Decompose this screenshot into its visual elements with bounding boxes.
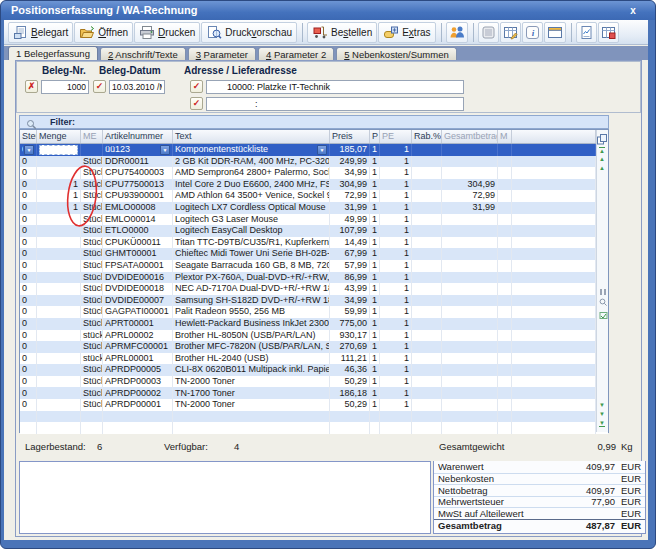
cell-menge[interactable] — [37, 399, 81, 411]
cell-steu[interactable]: 0 — [20, 341, 37, 353]
cell-artnr[interactable]: APRL00001 — [103, 353, 173, 365]
cell-menge[interactable] — [37, 214, 81, 226]
cell-rab[interactable] — [412, 341, 442, 353]
cell-steu[interactable]: 0 — [20, 237, 37, 249]
cell-menge[interactable] — [37, 237, 81, 249]
toolbar-button-bestellen[interactable]: Bestellen — [307, 22, 377, 43]
cell-pe[interactable]: 1 — [380, 144, 412, 156]
cell-p[interactable]: 1 — [370, 283, 380, 295]
cell-menge[interactable] — [37, 283, 81, 295]
cell-m[interactable] — [498, 272, 512, 284]
cell-gesamt[interactable] — [442, 260, 498, 272]
grid-row[interactable]: 01StückEMLO00008Logitech LX7 Cordless Op… — [20, 202, 608, 214]
cell-p[interactable]: 1 — [370, 353, 380, 365]
toolbar-button-window[interactable] — [544, 22, 566, 43]
cell-pe[interactable]: 1 — [380, 237, 412, 249]
cell-artnr[interactable]: APRT00001 — [103, 318, 173, 330]
cell-preis[interactable]: 111,21 — [330, 353, 370, 365]
cell-gesamt[interactable] — [442, 295, 498, 307]
cell-text[interactable]: Titan TTC-D9TB/CU35/R1, Kupferkern, bis … — [173, 237, 330, 249]
toolbar-button-druckvorschau[interactable]: Druckvorschau — [201, 22, 297, 43]
cell-rab[interactable] — [412, 318, 442, 330]
cell-pe[interactable]: 1 — [380, 387, 412, 399]
cell-m[interactable] — [498, 318, 512, 330]
cell-pe[interactable]: 1 — [380, 330, 412, 342]
cell-me[interactable]: Stück — [81, 248, 103, 260]
cell-pe[interactable] — [380, 411, 412, 423]
cell-m[interactable] — [498, 283, 512, 295]
grid-row[interactable]: 0StückDVDIDE00018NEC AD-7170A Dual-DVD-+… — [20, 283, 608, 295]
cell-artnr[interactable]: EMLO00008 — [103, 202, 173, 214]
cell-rab[interactable] — [412, 237, 442, 249]
cell-text[interactable]: NEC AD-7170A Dual-DVD-+R/-+RW 18/18fac — [173, 283, 330, 295]
cell-m[interactable] — [498, 364, 512, 376]
cell-menge[interactable] — [37, 144, 81, 156]
cell-preis[interactable]: 34,99 — [330, 167, 370, 179]
cell-menge[interactable] — [37, 330, 81, 342]
cell-p[interactable]: 1 — [370, 144, 380, 156]
cell-pe[interactable]: 1 — [380, 272, 412, 284]
tab-5-nebenkosten-summen[interactable]: 5 Nebenkosten/Summen — [336, 47, 457, 60]
toolbar-button-drucken[interactable]: Drucken — [134, 22, 200, 43]
cell-text[interactable]: Seagate Barracuda 160 GB, 8 MB, 7200, NC — [173, 260, 330, 272]
cell-gesamt[interactable] — [442, 167, 498, 179]
grid-header-preis[interactable]: Preis — [330, 130, 370, 143]
cell-text[interactable]: Palit Radeon 9550, 256 MB — [173, 306, 330, 318]
grid-scrollbar[interactable]: ▲ ▲ ▲ ▼ ▼ ▼ — [596, 130, 608, 432]
cell-m[interactable] — [498, 225, 512, 237]
cell-steu[interactable]: 0 — [20, 225, 37, 237]
beleg-datum-check-button[interactable]: ✓ — [93, 80, 106, 93]
toolbar-button-belegart[interactable]: Belegart — [8, 22, 73, 43]
cell-steu[interactable]: 0 — [20, 318, 37, 330]
cell-steu[interactable]: 0 — [20, 295, 37, 307]
cell-p[interactable]: 1 — [370, 399, 380, 411]
cell-text[interactable] — [173, 422, 330, 434]
toolbar-button-table-add[interactable] — [598, 22, 619, 43]
cell-p[interactable]: 1 — [370, 225, 380, 237]
cell-preis[interactable]: 67,99 — [330, 248, 370, 260]
cell-me[interactable]: Stück — [81, 306, 103, 318]
cell-gesamt[interactable] — [442, 306, 498, 318]
grid-header-text[interactable]: Text — [173, 130, 330, 143]
grid-header-gesamt[interactable]: Gesamtbetrag — [442, 130, 498, 143]
cell-filler[interactable] — [512, 237, 596, 249]
cell-filler[interactable] — [512, 179, 596, 191]
cell-m[interactable] — [498, 144, 512, 156]
tab-2-anschrift-texte[interactable]: 2 Anschrift/Texte — [100, 47, 186, 60]
filter-bar[interactable]: Filter: — [19, 115, 609, 129]
cell-text[interactable]: Logitech EasyCall Desktop — [173, 225, 330, 237]
cell-artnr[interactable]: EMLO00014 — [103, 214, 173, 226]
cell-preis[interactable]: 72,99 — [330, 190, 370, 202]
cell-pe[interactable] — [380, 422, 412, 434]
cell-menge[interactable] — [37, 387, 81, 399]
cell-pe[interactable]: 1 — [380, 318, 412, 330]
cell-gesamt[interactable] — [442, 214, 498, 226]
scroll-to-bottom-icon[interactable]: ▼ — [599, 420, 605, 427]
cell-preis[interactable]: 59,99 — [330, 306, 370, 318]
cell-m[interactable] — [498, 353, 512, 365]
cell-p[interactable]: 1 — [370, 364, 380, 376]
close-button[interactable]: x — [625, 1, 641, 20]
cell-artnr[interactable]: APRL00002 — [103, 330, 173, 342]
cell-filler[interactable] — [512, 376, 596, 388]
cell-p[interactable]: 1 — [370, 156, 380, 168]
toolbar-button-contacts[interactable] — [446, 22, 468, 43]
cell-menge[interactable] — [37, 295, 81, 307]
cell-menge[interactable] — [37, 248, 81, 260]
cell-filler[interactable] — [512, 341, 596, 353]
cell-gesamt[interactable] — [442, 272, 498, 284]
cell-artnr[interactable] — [103, 422, 173, 434]
cell-gesamt[interactable] — [442, 376, 498, 388]
cell-rab[interactable] — [412, 353, 442, 365]
grid-header-p[interactable]: P — [370, 130, 380, 143]
cell-gesamt[interactable] — [442, 399, 498, 411]
lieferadresse-check-button[interactable]: ✓ — [190, 97, 203, 110]
cell-p[interactable]: 1 — [370, 202, 380, 214]
grid-row[interactable]: 0StückAPRT00001Hewlett-Packard Business … — [20, 318, 608, 330]
cell-rab[interactable] — [412, 411, 442, 423]
cell-me[interactable]: Stück — [81, 364, 103, 376]
cell-preis[interactable]: 50,29 — [330, 399, 370, 411]
cell-menge[interactable]: 1 — [37, 202, 81, 214]
cell-artnr[interactable]: APRMFC00001 — [103, 341, 173, 353]
cell-m[interactable] — [498, 387, 512, 399]
